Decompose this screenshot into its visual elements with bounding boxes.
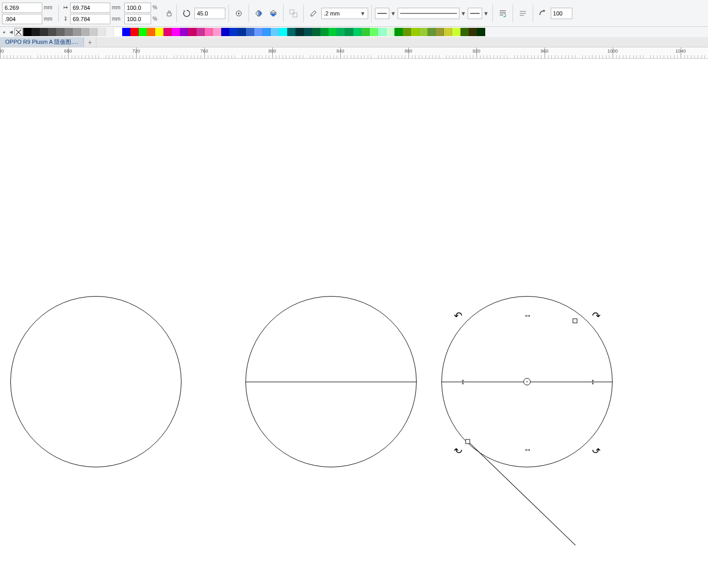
outline-width-select[interactable]: .2 mm ▼	[321, 8, 368, 19]
swatch-no-fill[interactable]	[14, 28, 23, 36]
chevron-down-icon[interactable]: ▼	[460, 10, 467, 17]
color-swatch[interactable]	[106, 28, 114, 36]
color-swatch[interactable]	[312, 28, 320, 36]
diameter-line[interactable]	[245, 382, 417, 382]
color-swatch[interactable]	[114, 28, 122, 36]
color-swatch[interactable]	[97, 28, 106, 36]
swatch-row	[23, 28, 485, 36]
color-swatch[interactable]	[444, 28, 452, 36]
pos-y-input[interactable]	[2, 14, 42, 24]
color-swatch[interactable]	[180, 28, 188, 36]
color-swatch[interactable]	[279, 28, 287, 36]
color-swatch[interactable]	[40, 28, 48, 36]
lock-ratio-button[interactable]	[165, 10, 173, 17]
color-swatch[interactable]	[262, 28, 271, 36]
mirror-horizontal-button[interactable]	[252, 7, 266, 20]
rotate-handle-tl[interactable]: ↶	[454, 311, 463, 321]
rotation-input[interactable]	[194, 8, 225, 19]
color-swatch[interactable]	[411, 28, 419, 36]
color-swatch[interactable]	[361, 28, 370, 36]
circle-shape[interactable]	[10, 296, 182, 467]
color-swatch[interactable]	[477, 28, 485, 36]
divider	[303, 5, 304, 22]
skew-handle-right[interactable]: ↕	[591, 378, 594, 386]
color-swatch[interactable]	[254, 28, 262, 36]
color-swatch[interactable]	[188, 28, 196, 36]
color-swatch[interactable]	[89, 28, 97, 36]
skew-handle-top[interactable]: ↔	[524, 312, 531, 320]
height-input[interactable]	[70, 14, 110, 24]
chevron-down-icon[interactable]: ▼	[390, 10, 397, 17]
add-tab-button[interactable]: +	[84, 37, 96, 47]
color-swatch[interactable]	[56, 28, 64, 36]
scale-x-input[interactable]	[124, 3, 151, 13]
rotate-handle-bl[interactable]: ↶	[454, 445, 463, 455]
color-swatch[interactable]	[345, 28, 353, 36]
color-swatch[interactable]	[328, 28, 337, 36]
color-swatch[interactable]	[337, 28, 345, 36]
color-swatch[interactable]	[460, 28, 469, 36]
line-node-handle[interactable]	[466, 439, 470, 444]
skew-handle-bottom[interactable]: ↔	[524, 446, 531, 454]
color-swatch[interactable]	[436, 28, 444, 36]
line-start-style[interactable]	[375, 8, 389, 19]
color-swatch[interactable]	[238, 28, 246, 36]
palette-scroll-left[interactable]: ◂	[0, 28, 7, 36]
color-swatch[interactable]	[130, 28, 139, 36]
document-tab[interactable]: OPPO R9 Plusm A 阻值图….	[0, 37, 84, 47]
palette-scroll-left-2[interactable]: ◀	[7, 28, 14, 36]
wrap-text-button[interactable]	[496, 7, 509, 20]
color-swatch[interactable]	[147, 28, 155, 36]
color-swatch[interactable]	[295, 28, 304, 36]
size-group: ↦ mm ↧ mm	[62, 3, 123, 24]
color-swatch[interactable]	[81, 28, 89, 36]
color-swatch[interactable]	[23, 28, 31, 36]
color-swatch[interactable]	[271, 28, 279, 36]
color-swatch[interactable]	[370, 28, 378, 36]
color-swatch[interactable]	[229, 28, 238, 36]
mirror-vertical-button[interactable]	[267, 7, 280, 20]
color-swatch[interactable]	[452, 28, 460, 36]
color-swatch[interactable]	[394, 28, 403, 36]
color-swatch[interactable]	[122, 28, 130, 36]
chevron-down-icon[interactable]: ▼	[483, 10, 489, 17]
pos-x-input[interactable]	[2, 3, 42, 13]
svg-rect-3	[290, 10, 294, 14]
color-swatch[interactable]	[419, 28, 427, 36]
color-swatch[interactable]	[287, 28, 295, 36]
center-origin-button[interactable]	[232, 7, 245, 20]
color-swatch[interactable]	[353, 28, 361, 36]
rotate-handle-tr[interactable]: ↷	[592, 311, 601, 321]
color-swatch[interactable]	[221, 28, 229, 36]
horizontal-ruler[interactable]: 6406807207608008408809209601000104010801…	[0, 47, 708, 59]
color-swatch[interactable]	[172, 28, 180, 36]
line-style-select[interactable]	[398, 8, 459, 19]
color-swatch[interactable]	[205, 28, 213, 36]
scale-y-input[interactable]	[124, 14, 151, 24]
color-swatch[interactable]	[163, 28, 172, 36]
color-swatch[interactable]	[155, 28, 163, 36]
width-input[interactable]	[70, 3, 110, 13]
rotation-pivot[interactable]	[523, 378, 531, 385]
color-swatch[interactable]	[73, 28, 81, 36]
color-swatch[interactable]	[304, 28, 312, 36]
canvas[interactable]: ↶ ↷ ↶ ↷ ↔ ↔ ↕ ↕	[0, 59, 708, 588]
color-swatch[interactable]	[386, 28, 394, 36]
color-swatch[interactable]	[31, 28, 40, 36]
rotate-handle-br[interactable]: ↷	[592, 445, 601, 455]
color-swatch[interactable]	[48, 28, 56, 36]
chamfer-input[interactable]	[551, 8, 572, 19]
line-node-handle[interactable]	[573, 319, 578, 323]
color-swatch[interactable]	[196, 28, 205, 36]
color-swatch[interactable]	[378, 28, 386, 36]
color-swatch[interactable]	[213, 28, 221, 36]
color-swatch[interactable]	[427, 28, 436, 36]
color-swatch[interactable]	[64, 28, 73, 36]
color-swatch[interactable]	[320, 28, 328, 36]
color-swatch[interactable]	[469, 28, 477, 36]
color-swatch[interactable]	[246, 28, 254, 36]
color-swatch[interactable]	[139, 28, 147, 36]
line-end-style[interactable]	[468, 8, 482, 19]
skew-handle-left[interactable]: ↕	[461, 378, 464, 386]
color-swatch[interactable]	[403, 28, 411, 36]
